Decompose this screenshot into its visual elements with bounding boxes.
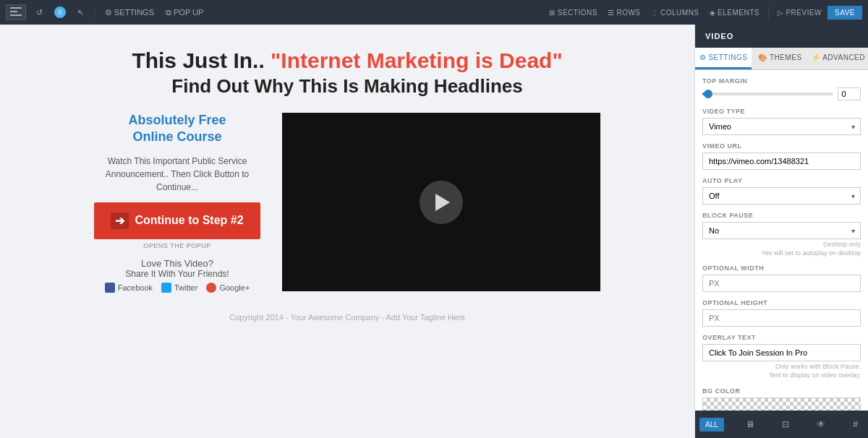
panel-body: TOP MARGIN VIDEO TYPE Vimeo YouTube <box>695 70 868 411</box>
page-footer: Copyright 2014 - Your Awesome Company - … <box>229 306 465 329</box>
auto-play-select-wrapper: Off On <box>702 187 861 205</box>
margin-slider-track[interactable] <box>702 93 833 95</box>
settings-icon: ⚙ <box>105 8 112 17</box>
optional-width-label: OPTIONAL WIDTH <box>702 265 861 272</box>
toolbar: ↺ 0 ↖ ⚙ SETTINGS ⧉ POP UP ⊞ SECTIONS ☰ R… <box>0 0 868 25</box>
sep2 <box>768 6 769 19</box>
desktop-view-button[interactable]: 🖥 <box>740 416 760 432</box>
auto-play-field: AUTO PLAY Off On <box>702 177 861 205</box>
share-google[interactable]: Google+ <box>206 283 250 293</box>
tab-settings[interactable]: ⚙ SETTINGS <box>695 48 752 69</box>
share-twitter[interactable]: Twitter <box>161 283 197 293</box>
overlay-text-field: OVERLAY TEXT Only works with Block Pause… <box>702 334 861 379</box>
settings-label: SETTINGS <box>114 8 154 17</box>
themes-tab-label: THEMES <box>770 53 802 61</box>
svg-rect-0 <box>10 7 22 9</box>
video-type-field: VIDEO TYPE Vimeo YouTube <box>702 108 861 135</box>
themes-tab-icon: 🎨 <box>758 53 767 61</box>
panel-bottom-bar: ALL 🖥 ⊡ 👁 # <box>695 411 868 438</box>
facebook-icon <box>105 283 115 293</box>
preview-button[interactable]: ▷ PREVIEW <box>773 7 826 19</box>
bg-color-label: BG COLOR <box>702 387 861 395</box>
vimeo-url-input[interactable] <box>702 153 861 170</box>
right-panel: VIDEO ⚙ SETTINGS 🎨 THEMES ⚡ ADVANCED TOP… <box>694 25 868 438</box>
columns-button[interactable]: ⋮ COLUMNS <box>647 7 704 19</box>
hash-button[interactable]: # <box>847 416 864 432</box>
left-col: Absolutely FreeOnline Course Watch This … <box>94 112 260 293</box>
tablet-icon: ⊡ <box>782 419 789 429</box>
video-type-select[interactable]: Vimeo YouTube <box>702 118 861 135</box>
headline-sub: Find Out Why This Is Making Headlines <box>132 74 562 99</box>
course-desc: Watch This Important Public Service Anno… <box>94 155 260 194</box>
settings-tab-label: SETTINGS <box>708 53 747 61</box>
elements-button[interactable]: ◈ ELEMENTS <box>705 7 764 19</box>
block-pause-hint: Desktop onlyYes will set to autoplay on … <box>702 241 861 257</box>
optional-width-field: OPTIONAL WIDTH <box>702 265 861 292</box>
settings-tab-icon: ⚙ <box>699 53 707 61</box>
save-button[interactable]: SAVE <box>827 6 862 20</box>
desktop-icon: 🖥 <box>746 419 754 429</box>
advanced-tab-icon: ⚡ <box>812 53 821 61</box>
tablet-view-button[interactable]: ⊡ <box>776 416 795 432</box>
google-icon <box>206 283 216 293</box>
twitter-label: Twitter <box>174 283 197 292</box>
google-label: Google+ <box>219 283 250 292</box>
popup-button[interactable]: ⧉ POP UP <box>161 6 208 20</box>
rows-button[interactable]: ☰ ROWS <box>603 7 645 19</box>
top-margin-control <box>702 87 861 100</box>
twitter-icon <box>161 283 171 293</box>
sections-label: SECTIONS <box>558 9 597 17</box>
play-icon <box>435 194 450 211</box>
optional-width-input[interactable] <box>702 275 861 292</box>
play-button[interactable] <box>420 181 463 224</box>
optional-height-input[interactable] <box>702 309 861 327</box>
optional-height-field: OPTIONAL HEIGHT <box>702 299 861 327</box>
share-title: Love This Video? <box>105 258 250 269</box>
vimeo-url-field: VIMEO URL <box>702 142 861 170</box>
sections-button[interactable]: ⊞ SECTIONS <box>545 7 602 19</box>
auto-play-select[interactable]: Off On <box>702 187 861 205</box>
opens-popup-label: OPENS THE POPUP <box>143 242 210 249</box>
margin-slider-thumb[interactable] <box>704 90 712 98</box>
tab-advanced[interactable]: ⚡ ADVANCED <box>809 48 868 69</box>
bg-color-swatch[interactable] <box>702 398 861 411</box>
cursor-button[interactable]: ↖ <box>73 6 88 20</box>
hash-icon: # <box>853 419 858 429</box>
eye-icon: 👁 <box>817 419 825 429</box>
cta-arrow-icon: ➔ <box>111 212 129 229</box>
top-margin-label: TOP MARGIN <box>702 77 861 85</box>
top-margin-input[interactable] <box>838 87 861 100</box>
columns-label: COLUMNS <box>660 9 699 17</box>
rows-label: ROWS <box>616 9 640 17</box>
block-pause-select[interactable]: No Yes <box>702 222 861 239</box>
svg-rect-1 <box>10 11 17 12</box>
video-type-label: VIDEO TYPE <box>702 108 861 115</box>
sections-icon: ⊞ <box>549 9 556 17</box>
overlay-text-label: OVERLAY TEXT <box>702 334 861 341</box>
bg-color-field: BG COLOR <box>702 387 861 411</box>
columns-icon: ⋮ <box>651 9 659 17</box>
top-margin-field: TOP MARGIN <box>702 77 861 100</box>
panel-tabs: ⚙ SETTINGS 🎨 THEMES ⚡ ADVANCED <box>695 48 868 70</box>
cta-button-label: Continue to Step #2 <box>135 214 243 227</box>
logo[interactable] <box>6 4 26 20</box>
mobile-view-button[interactable]: 👁 <box>811 416 831 432</box>
tab-themes[interactable]: 🎨 THEMES <box>752 48 808 69</box>
cta-button[interactable]: ➔ Continue to Step #2 <box>94 202 260 239</box>
overlay-text-input[interactable] <box>702 344 861 361</box>
two-col: Absolutely FreeOnline Course Watch This … <box>94 112 600 293</box>
notifications-button[interactable]: 0 <box>50 4 70 20</box>
all-view-button[interactable]: ALL <box>699 418 724 431</box>
share-subtitle: Share It With Your Friends! <box>105 269 250 279</box>
share-facebook[interactable]: Facebook <box>105 283 153 293</box>
separator <box>94 6 95 19</box>
settings-button[interactable]: ⚙ SETTINGS <box>101 6 158 20</box>
video-block[interactable] <box>282 113 600 292</box>
block-pause-label: BLOCK PAUSE <box>702 212 861 219</box>
save-label: SAVE <box>835 9 855 17</box>
advanced-tab-label: ADVANCED <box>822 53 865 61</box>
block-pause-field: BLOCK PAUSE No Yes Desktop onlyYes will … <box>702 212 861 257</box>
elements-label: ELEMENTS <box>718 9 760 17</box>
share-links: Facebook Twitter Google+ <box>105 283 250 293</box>
undo-button[interactable]: ↺ <box>32 6 47 20</box>
